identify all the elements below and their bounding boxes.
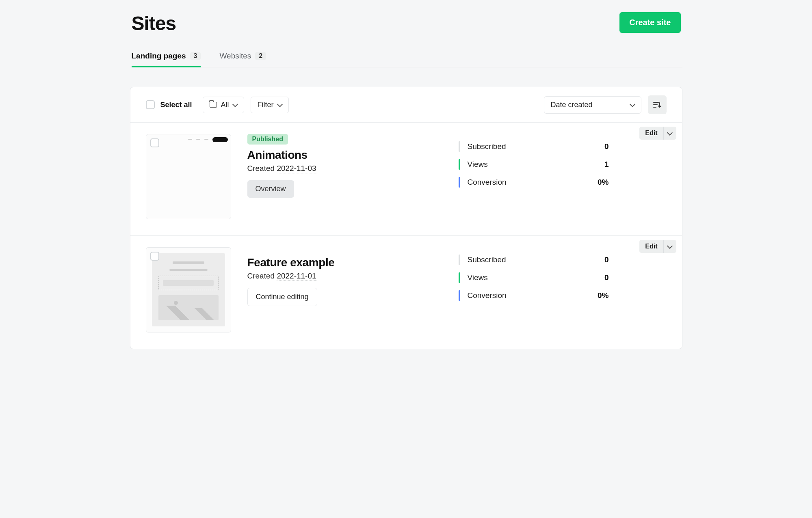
page-title: Sites [132, 12, 176, 35]
select-all-label: Select all [160, 101, 192, 109]
folder-icon [210, 102, 217, 108]
tab-label: Landing pages [132, 52, 186, 60]
overview-button[interactable]: Overview [247, 180, 294, 198]
edit-dropdown-button[interactable] [663, 240, 676, 253]
stat-value: 0 [604, 273, 609, 282]
tab-count-badge: 2 [255, 52, 266, 60]
edit-button[interactable]: Edit [639, 240, 663, 253]
stat-bar-icon [459, 141, 460, 152]
row-checkbox[interactable] [150, 138, 159, 147]
edit-button[interactable]: Edit [639, 127, 663, 140]
site-title: Animations [247, 149, 442, 162]
stat-views: Views 0 [459, 272, 609, 283]
stat-label: Subscribed [468, 142, 597, 151]
create-site-button[interactable]: Create site [619, 12, 680, 33]
continue-editing-button[interactable]: Continue editing [247, 288, 317, 306]
stat-conversion: Conversion 0% [459, 290, 609, 301]
select-all-control[interactable]: Select all [146, 100, 192, 109]
stats-panel: Subscribed 0 Views 1 Conversion 0% [459, 134, 609, 219]
row-checkbox[interactable] [150, 252, 159, 261]
tabs-bar: Landing pages 3 Websites 2 [130, 47, 682, 67]
stat-label: Views [468, 273, 597, 282]
stat-label: Views [468, 160, 597, 169]
stat-value: 0 [604, 255, 609, 264]
stats-panel: Subscribed 0 Views 0 Conversion 0% [459, 247, 609, 332]
created-prefix: Created [247, 272, 275, 280]
created-line: Created 2022-11-03 [247, 164, 442, 173]
sort-icon [653, 101, 661, 108]
stat-bar-icon [459, 290, 460, 301]
stat-label: Conversion [468, 178, 591, 187]
stat-bar-icon [459, 255, 460, 265]
tab-websites[interactable]: Websites 2 [219, 47, 266, 67]
stat-subscribed: Subscribed 0 [459, 255, 609, 265]
sort-direction-button[interactable] [648, 95, 667, 114]
tab-label: Websites [219, 52, 251, 60]
site-thumbnail[interactable] [146, 247, 231, 332]
chevron-down-icon [667, 243, 673, 248]
sites-panel: Select all All Filter Date created [130, 87, 682, 349]
filter-button[interactable]: Filter [251, 97, 289, 113]
site-row: Edit Feature example [130, 236, 682, 349]
stat-value: 1 [604, 160, 609, 169]
chevron-down-icon [667, 130, 673, 135]
select-all-checkbox[interactable] [146, 100, 155, 109]
edit-dropdown-button[interactable] [663, 127, 676, 140]
stat-bar-icon [459, 272, 460, 283]
created-line: Created 2022-11-01 [247, 272, 442, 281]
stat-value: 0% [598, 291, 608, 300]
created-date: 2022-11-03 [277, 164, 316, 173]
tab-landing-pages[interactable]: Landing pages 3 [132, 47, 201, 67]
stat-subscribed: Subscribed 0 [459, 141, 609, 152]
created-prefix: Created [247, 164, 275, 173]
chevron-down-icon [629, 101, 635, 107]
sort-select[interactable]: Date created [544, 96, 641, 114]
site-title: Feature example [247, 256, 442, 269]
site-thumbnail[interactable] [146, 134, 231, 219]
site-row: Edit Published Animations Created [130, 123, 682, 236]
sort-label: Date created [551, 101, 593, 109]
stat-label: Conversion [468, 291, 591, 300]
stat-views: Views 1 [459, 159, 609, 170]
status-badge: Published [247, 134, 288, 145]
stat-label: Subscribed [468, 255, 597, 264]
folder-filter-button[interactable]: All [203, 97, 244, 113]
stat-value: 0 [604, 142, 609, 151]
filter-label: Filter [258, 101, 274, 109]
stat-bar-icon [459, 177, 460, 188]
tab-count-badge: 3 [190, 52, 201, 60]
stat-bar-icon [459, 159, 460, 170]
panel-toolbar: Select all All Filter Date created [130, 87, 682, 123]
created-date: 2022-11-01 [277, 272, 316, 281]
chevron-down-icon [232, 101, 238, 107]
stat-value: 0% [598, 178, 608, 187]
stat-conversion: Conversion 0% [459, 177, 609, 188]
chevron-down-icon [277, 101, 282, 107]
folder-filter-label: All [221, 101, 229, 109]
